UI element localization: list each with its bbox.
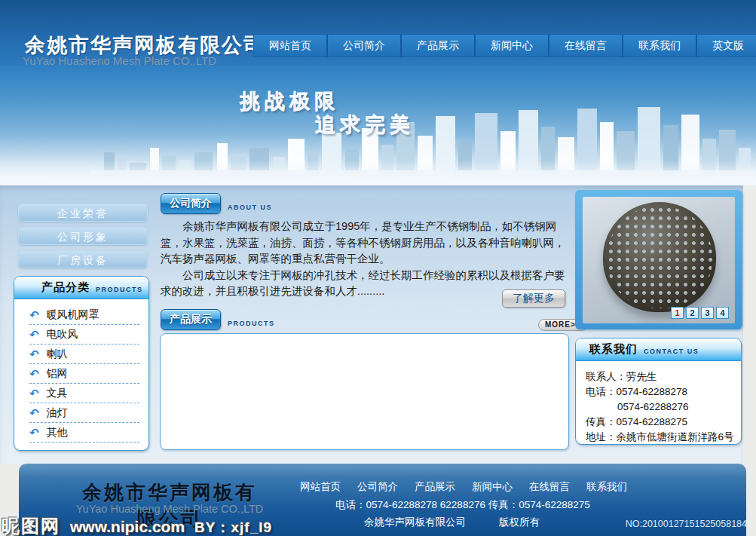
category-item[interactable]: ↶ 电吹风 (29, 325, 139, 345)
watermark-site-url: www.nipic.com (70, 518, 185, 536)
nav-item-english[interactable]: 英文版 (697, 35, 756, 57)
category-item[interactable]: ↶ 其他 (29, 423, 139, 443)
nav-item-products[interactable]: 产品展示 (402, 35, 476, 57)
category-arrow-icon: ↶ (29, 367, 39, 381)
footer-nav: 网站首页 公司简介 产品展示 新闻中心 在线留言 联系我们 (300, 480, 627, 494)
site-header: 余姚市华声网板有限公司 YuYao Huasheng Mesh Plate CO… (0, 0, 756, 65)
contact-panel: 联系我们 CONTACT US 联系人：劳先生 电话：0574-62288278… (575, 338, 742, 445)
footer-copyright-company: 余姚华声网板有限公司 (364, 516, 466, 529)
nipic-watermark: 昵图网 www.nipic.com BY：xjf_l9 (2, 514, 272, 536)
category-arrow-icon: ↶ (29, 387, 39, 400)
footer-copyright: 余姚华声网板有限公司 版权所有 (364, 516, 540, 529)
product-gallery-image[interactable]: 1 2 3 4 (583, 197, 735, 323)
footer-nav-contact[interactable]: 联系我们 (586, 480, 627, 494)
footer-phone-line: 电话：0574-62288278 62288276 传真：0574-622882… (335, 498, 590, 512)
main-nav: 网站首页 公司简介 产品展示 新闻中心 在线留言 联系我们 英文版 (253, 34, 756, 57)
category-item[interactable]: ↶ 暖风机网罩 (29, 305, 139, 325)
banner-fade (0, 160, 756, 185)
content-area: 企业荣誉 公司形象 厂房设备 产品分类 PRODUCTS ↶ 暖风机网罩 ↶ 电… (0, 185, 743, 464)
category-item-label: 暖风机网罩 (47, 308, 99, 322)
products-title-button[interactable]: 产品展示 (161, 309, 221, 330)
product-gallery-panel: 1 2 3 4 (575, 190, 742, 329)
footer-copyright-label: 版权所有 (499, 516, 540, 529)
about-subtitle: ABOUT US (228, 204, 272, 214)
page: 余姚市华声网板有限公司 YuYao Huasheng Mesh Plate CO… (0, 0, 756, 536)
about-section-header: 公司简介 ABOUT US (161, 193, 272, 214)
nav-item-home[interactable]: 网站首页 (254, 35, 328, 57)
learn-more-button[interactable]: 了解更多 (502, 289, 565, 308)
about-paragraph-1: 余姚市华声网板有限公司成立于1995年，是专业生产不锈钢制品，如不锈钢网篮，水果… (161, 219, 571, 268)
footer-nav-products[interactable]: 产品展示 (415, 480, 455, 494)
hero-banner: 挑战极限 追求完美 (0, 65, 756, 185)
category-item-label: 其他 (47, 426, 68, 440)
watermark-site-name: 昵图网 (2, 514, 60, 536)
category-arrow-icon: ↶ (29, 348, 39, 361)
banner-slogan-2: 追求完美 (315, 111, 415, 138)
footer-nav-about[interactable]: 公司简介 (357, 480, 398, 494)
category-item-label: 铝网 (47, 367, 68, 381)
category-item-label: 电吹风 (47, 328, 78, 342)
product-category-panel: 产品分类 PRODUCTS ↶ 暖风机网罩 ↶ 电吹风 ↶ 喇叭 ↶ 铝网 ↶ (14, 276, 149, 451)
nav-item-about[interactable]: 公司简介 (328, 35, 402, 57)
footer-nav-guestbook[interactable]: 在线留言 (529, 480, 570, 494)
about-title-button[interactable]: 公司简介 (161, 193, 221, 214)
products-display-box (160, 333, 569, 450)
contact-phone-2: 0574-62288276 (586, 400, 735, 415)
footer-nav-news[interactable]: 新闻中心 (472, 480, 513, 494)
watermark-serial-number: NO:20100127151525058184 (626, 519, 747, 529)
footer-company-name-en: YuYao Huasheng Mesh Plate CO.,LTD (72, 503, 268, 515)
contact-person: 联系人：劳先生 (586, 369, 735, 384)
nav-item-guestbook[interactable]: 在线留言 (549, 35, 623, 57)
category-item-label: 油灯 (47, 406, 68, 420)
nav-item-contact[interactable]: 联系我们 (623, 35, 697, 57)
sidebar-button-image[interactable]: 公司形象 (18, 227, 148, 245)
footer-nav-home[interactable]: 网站首页 (300, 480, 341, 494)
gallery-page-4[interactable]: 4 (716, 307, 729, 319)
about-text: 余姚市华声网板有限公司成立于1995年，是专业生产不锈钢制品，如不锈钢网篮，水果… (161, 219, 571, 300)
sidebar-button-honors[interactable]: 企业荣誉 (18, 204, 148, 222)
contact-address: 地址：余姚市低塘街道新洋路6号 (586, 430, 735, 445)
sidebar-button-factory[interactable]: 厂房设备 (18, 250, 148, 268)
mesh-dome-product-image (603, 202, 716, 312)
contact-fax: 传真：0574-62288275 (586, 415, 735, 430)
category-item[interactable]: ↶ 喇叭 (29, 345, 139, 364)
products-subtitle: PRODUCTS (228, 320, 275, 330)
gallery-page-1[interactable]: 1 (671, 307, 684, 319)
contact-info: 联系人：劳先生 电话：0574-62288278 0574-62288276 传… (576, 361, 741, 445)
category-panel-title: 产品分类 (41, 280, 90, 295)
category-panel-header: 产品分类 PRODUCTS (14, 277, 148, 299)
gallery-page-3[interactable]: 3 (701, 307, 714, 319)
category-item[interactable]: ↶ 文具 (29, 384, 139, 403)
category-item-label: 喇叭 (47, 348, 68, 361)
category-arrow-icon: ↶ (29, 406, 39, 420)
products-section-header: 产品展示 PRODUCTS (161, 309, 275, 330)
gallery-page-2[interactable]: 2 (686, 307, 699, 319)
contact-phone-1: 电话：0574-62288278 (586, 384, 735, 400)
category-list: ↶ 暖风机网罩 ↶ 电吹风 ↶ 喇叭 ↶ 铝网 ↶ 文具 ↶ 油灯 (14, 299, 148, 443)
category-item[interactable]: ↶ 铝网 (29, 364, 139, 384)
category-panel-subtitle: PRODUCTS (96, 283, 143, 293)
contact-panel-title: 联系我们 (589, 342, 638, 357)
contact-panel-subtitle: CONTACT US (644, 345, 699, 355)
category-item-label: 文具 (47, 387, 68, 400)
category-item[interactable]: ↶ 油灯 (29, 403, 139, 423)
category-arrow-icon: ↶ (29, 308, 39, 322)
watermark-author: BY：xjf_l9 (194, 518, 272, 536)
category-arrow-icon: ↶ (29, 426, 39, 440)
contact-panel-header: 联系我们 CONTACT US (576, 338, 741, 361)
category-arrow-icon: ↶ (29, 328, 39, 342)
gallery-pagination: 1 2 3 4 (671, 307, 729, 319)
nav-item-news[interactable]: 新闻中心 (476, 35, 549, 57)
